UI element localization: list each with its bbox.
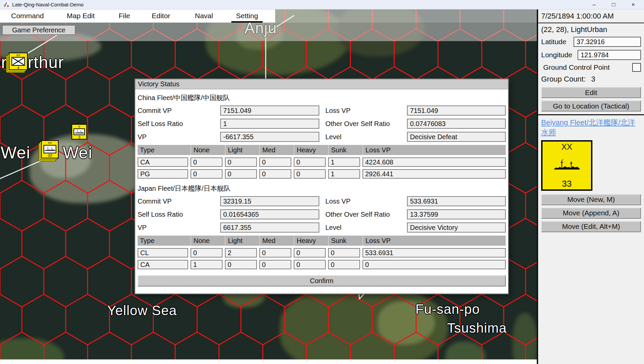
field-label: Loss VP [325,198,407,205]
table-row: CA 1 0 0 0 0 0 [138,260,506,269]
maximize-button[interactable]: □ [606,0,621,9]
unit-counter-patrol[interactable]: II 3 [71,124,87,140]
field-label: VP [138,133,220,141]
divider [538,23,644,23]
china-commit-vp: 7151.049 [220,105,319,116]
move-append-button[interactable]: Move (Append, A) [541,208,641,219]
china-vp: -6617.355 [220,132,319,142]
ship-symbol-icon [74,128,85,135]
table-cell: 0 [328,248,360,257]
edit-button[interactable]: Edit [541,87,641,98]
longitude-label: Longitude [541,51,572,59]
japan-vp: 6617.355 [220,222,319,233]
column-header: Sunk [328,236,362,246]
longitude-field[interactable] [578,50,641,60]
table-cell: 0 [259,260,291,269]
map-label-wei: Wei [1,143,30,162]
map-label-wei: Wei [63,143,92,162]
infantry-symbol-icon [11,57,25,66]
field-label: VP [138,224,220,232]
unit-counter-port-arthur[interactable]: XX 4 [9,53,28,70]
map-label-yellow-sea: Yellow Sea [107,303,177,318]
field-label: Level [325,133,407,141]
map-label-tsushima: Tsushima [447,321,507,336]
move-edit-button[interactable]: Move (Edit, Alt+M) [541,221,641,232]
title-bar: Late-Qing-Naval-Combat-Demo – □ × [0,0,644,9]
latitude-label: Latitude [541,38,566,46]
table-cell: 0 [225,157,257,167]
table-cell: 4224.608 [362,157,506,167]
table-row: CL 0 2 0 0 0 533.6931 [138,248,506,257]
china-level: Decisive Defeat [407,132,506,142]
app-window: Anju Port Arthur Wei Wei Yellow Sea Fu-s… [0,0,644,364]
column-header: Type [138,145,191,155]
group-count-value: 3 [591,75,595,83]
column-header: Heavy [294,236,328,246]
menu-item-map-edit[interactable]: Map Edit [67,9,95,23]
unit-strength-label: 4 [17,66,19,70]
japan-loss-vp: 533.6931 [407,196,506,206]
china-fleet-name: China Fleet/中国艦隊/中国舰队 [138,93,506,102]
horizontal-scrollbar[interactable] [0,359,537,364]
japan-level: Decisive Victory [407,222,506,233]
move-new-button[interactable]: Move (New, M) [541,194,641,205]
japan-table-header: Type None Light Med Heavy Sunk Loss VP [138,236,506,246]
column-header: Light [225,145,259,155]
ground-control-point-checkbox[interactable] [632,63,641,72]
table-cell: 0 [294,248,326,257]
unit-size-label: XX [16,54,20,57]
minimize-button[interactable]: – [587,0,602,9]
app-icon [3,2,9,8]
beiyang-fleet-link[interactable]: Beiyang Fleet/北洋艦隊/北洋水师 [541,118,641,138]
china-loss-vp: 7151.049 [407,105,506,116]
menu-item-editor[interactable]: Editor [152,9,170,23]
column-header: None [191,236,225,246]
table-cell: 1 [328,169,360,179]
menu-item-setting[interactable]: Setting [231,9,263,23]
field-label: Commit VP [138,198,220,205]
table-cell: 0 [191,169,223,179]
table-cell: 0 [259,157,291,167]
unit-strength-label: 33 [48,153,52,157]
unit-size-label: II [78,125,80,128]
ship-symbol-icon [43,145,56,153]
table-row: CA 0 0 0 0 1 4224.608 [138,157,506,167]
table-cell: 0 [294,157,326,167]
column-header: Loss VP [362,236,506,246]
field-label: Self Loss Ratio [138,120,220,128]
japan-commit-vp: 32319.15 [220,196,319,206]
menu-item-command[interactable]: Command [11,9,44,23]
column-header: Type [138,236,191,246]
goto-location-button[interactable]: Go to Location (Tactical) [541,100,641,112]
hex-coordinates-terrain: (22, 28), LightUrban [541,25,641,34]
game-preference-button[interactable]: Game Preference [2,25,76,35]
table-cell: 0 [328,260,360,269]
table-row: PG 0 0 0 0 1 2926.441 [138,169,506,179]
info-sidebar: 7/25/1894 1:00:00 AM (22, 28), LightUrba… [537,9,644,364]
field-label: Level [325,224,407,232]
table-cell: 0 [294,169,326,179]
menu-item-naval[interactable]: Naval [195,9,213,23]
column-header: Med [259,145,294,155]
unit-counter-beiyang-fleet[interactable]: XX 33 [41,140,59,158]
column-header: Light [225,236,259,246]
column-header: Med [259,236,294,246]
field-label: Self Loss Ratio [138,211,220,218]
selected-unit-counter[interactable]: XX 33 [541,140,592,191]
column-header: None [191,145,225,155]
table-cell: 1 [191,260,223,269]
table-cell: PG [138,169,188,179]
close-button[interactable]: × [626,0,641,9]
menu-item-file[interactable]: File [119,9,130,23]
confirm-button[interactable]: Confirm [138,275,506,286]
map-label-fu-san-po: Fu-san-po [415,302,480,317]
unit-strength-label: 33 [562,179,572,188]
column-header: Heavy [294,145,328,155]
latitude-field[interactable] [574,37,641,47]
unit-strength-label: 3 [78,135,80,139]
table-cell: CA [138,157,188,167]
japan-other-over-self-ratio: 13.37599 [407,209,506,219]
table-cell: CL [138,248,188,257]
unit-size-label: XX [48,141,52,145]
unit-size-label: XX [561,143,572,151]
